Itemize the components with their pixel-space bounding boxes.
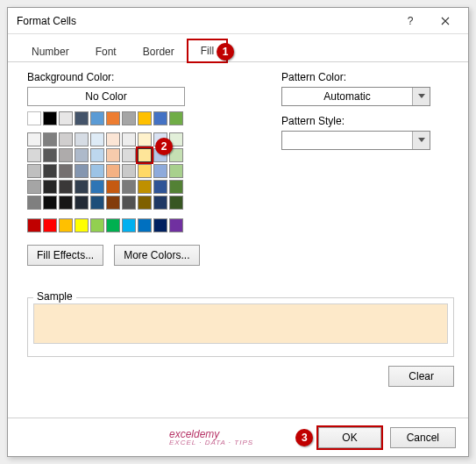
color-swatch[interactable]	[75, 218, 89, 232]
color-swatch[interactable]	[106, 132, 120, 146]
color-swatch[interactable]	[138, 148, 152, 162]
color-swatch[interactable]	[59, 111, 73, 125]
color-swatch[interactable]	[59, 132, 73, 146]
color-swatch[interactable]	[90, 180, 104, 194]
color-swatch[interactable]	[90, 218, 104, 232]
color-swatch[interactable]	[43, 164, 57, 178]
color-swatch[interactable]	[122, 164, 136, 178]
color-swatch[interactable]	[43, 111, 57, 125]
color-swatch[interactable]	[122, 148, 136, 162]
background-color-label: Background Color:	[27, 71, 255, 83]
color-swatch[interactable]	[59, 196, 73, 210]
color-swatch[interactable]	[138, 111, 152, 125]
fill-effects-button[interactable]: Fill Effects...	[27, 245, 103, 266]
format-cells-dialog: Format Cells ? Number Font Border Fill 1…	[7, 7, 469, 457]
color-swatch[interactable]	[106, 218, 120, 232]
color-swatch[interactable]	[75, 180, 89, 194]
color-swatch[interactable]	[43, 218, 57, 232]
pattern-color-label: Pattern Color:	[281, 71, 454, 83]
color-swatch[interactable]	[138, 218, 152, 232]
chevron-down-icon	[412, 88, 430, 105]
tab-number[interactable]: Number	[18, 40, 82, 62]
color-swatch[interactable]	[27, 196, 41, 210]
color-swatch[interactable]	[43, 180, 57, 194]
color-swatch[interactable]	[27, 218, 41, 232]
color-swatch[interactable]	[75, 111, 89, 125]
color-swatch[interactable]	[106, 148, 120, 162]
color-swatch[interactable]	[75, 164, 89, 178]
tab-border[interactable]: Border	[130, 40, 188, 62]
color-swatch[interactable]	[153, 180, 167, 194]
color-swatch[interactable]	[153, 164, 167, 178]
color-swatch[interactable]	[27, 132, 41, 146]
pattern-color-dropdown[interactable]: Automatic	[281, 87, 430, 106]
standard-colors-row	[27, 218, 255, 232]
pattern-style-label: Pattern Style:	[281, 115, 454, 127]
color-swatch[interactable]	[59, 148, 73, 162]
close-icon	[441, 17, 450, 25]
color-swatch[interactable]	[59, 180, 73, 194]
color-swatch[interactable]	[106, 111, 120, 125]
tabstrip: Number Font Border Fill	[8, 34, 468, 62]
color-swatch[interactable]	[90, 196, 104, 210]
color-swatch[interactable]	[106, 196, 120, 210]
clear-button[interactable]: Clear	[388, 366, 454, 387]
cancel-button[interactable]: Cancel	[390, 427, 456, 448]
theme-colors-row	[27, 111, 255, 125]
color-swatch[interactable]	[90, 132, 104, 146]
color-swatch[interactable]	[138, 196, 152, 210]
pattern-color-value: Automatic	[282, 90, 412, 103]
color-swatch[interactable]	[43, 132, 57, 146]
color-swatch[interactable]	[59, 218, 73, 232]
chevron-down-icon	[412, 132, 430, 149]
color-swatch[interactable]	[169, 180, 183, 194]
color-swatch[interactable]	[43, 148, 57, 162]
dialog-body: Background Color: No Color 2 Fill Effect…	[8, 62, 468, 418]
color-swatch[interactable]	[138, 180, 152, 194]
color-swatch[interactable]	[27, 148, 41, 162]
ok-button[interactable]: OK	[318, 427, 380, 448]
tab-font[interactable]: Font	[82, 40, 130, 62]
dialog-title: Format Cells	[17, 15, 393, 27]
color-swatch[interactable]	[122, 218, 136, 232]
color-swatch[interactable]	[59, 164, 73, 178]
color-swatch[interactable]	[122, 180, 136, 194]
color-swatch[interactable]	[169, 218, 183, 232]
color-swatch[interactable]	[43, 196, 57, 210]
titlebar: Format Cells ?	[8, 8, 468, 34]
help-button[interactable]: ?	[393, 10, 428, 32]
pattern-style-dropdown[interactable]	[281, 131, 430, 150]
color-swatch[interactable]	[27, 164, 41, 178]
more-colors-button[interactable]: More Colors...	[114, 245, 199, 266]
callout-1: 1	[217, 43, 234, 61]
sample-fieldset: Sample	[27, 297, 454, 357]
color-swatch[interactable]	[153, 111, 167, 125]
color-swatch[interactable]	[138, 132, 152, 146]
watermark-sub: EXCEL · DATA · TIPS	[169, 439, 253, 446]
no-color-button[interactable]: No Color	[27, 87, 185, 106]
theme-shades-grid	[27, 132, 255, 210]
color-swatch[interactable]	[153, 218, 167, 232]
color-swatch[interactable]	[90, 164, 104, 178]
close-button[interactable]	[428, 10, 463, 32]
color-swatch[interactable]	[90, 111, 104, 125]
color-swatch[interactable]	[75, 196, 89, 210]
callout-2: 2	[155, 138, 173, 155]
color-swatch[interactable]	[122, 196, 136, 210]
color-swatch[interactable]	[75, 132, 89, 146]
color-swatch[interactable]	[75, 148, 89, 162]
color-swatch[interactable]	[122, 132, 136, 146]
color-swatch[interactable]	[169, 111, 183, 125]
color-swatch[interactable]	[27, 180, 41, 194]
color-swatch[interactable]	[138, 164, 152, 178]
color-swatch[interactable]	[106, 164, 120, 178]
color-swatch[interactable]	[106, 180, 120, 194]
color-swatch[interactable]	[122, 111, 136, 125]
sample-legend: Sample	[33, 290, 76, 303]
watermark: exceldemy EXCEL · DATA · TIPS	[169, 428, 253, 446]
color-swatch[interactable]	[153, 196, 167, 210]
color-swatch[interactable]	[169, 196, 183, 210]
color-swatch-auto[interactable]	[27, 111, 41, 125]
color-swatch[interactable]	[90, 148, 104, 162]
color-swatch[interactable]	[169, 164, 183, 178]
